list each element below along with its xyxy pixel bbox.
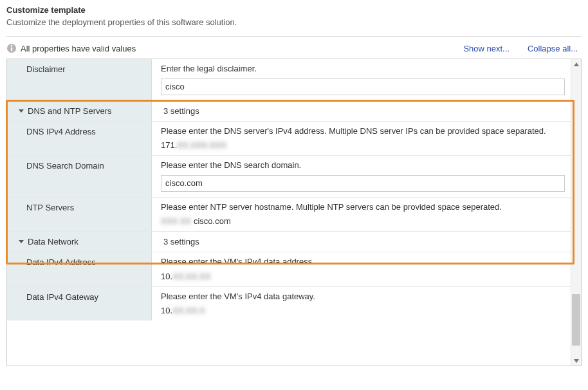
- section-dns-ntp-label: DNS and NTP Servers: [28, 106, 112, 116]
- page-subtitle: Customize the deployment properties of t…: [6, 17, 582, 27]
- data-ipv4-value-prefix: 10.: [161, 272, 172, 281]
- page-title: Customize template: [6, 5, 582, 15]
- section-data-network[interactable]: Data Network 3 settings: [7, 232, 571, 252]
- row-dns-ipv4: DNS IPv4 Address Please enter the DNS se…: [7, 122, 571, 156]
- section-data-network-label: Data Network: [28, 237, 78, 246]
- label-disclaimer: Disclaimer: [7, 59, 152, 100]
- section-dns-ntp[interactable]: DNS and NTP Servers 3 settings: [7, 101, 571, 122]
- dns-ipv4-value-hidden: XX.XXX.XXX: [177, 140, 226, 150]
- dns-ipv4-value-prefix: 171.: [161, 140, 177, 150]
- triangle-up-icon: [574, 62, 579, 66]
- info-icon: [6, 43, 17, 53]
- data-ipv4-value-hidden: XX.XX.XX: [172, 272, 210, 281]
- label-ntp: NTP Servers: [7, 198, 152, 232]
- row-data-gw: Data IPv4 Gateway Please enter the VM's …: [7, 287, 571, 321]
- input-dns-ipv4[interactable]: 171.XX.XXX.XXX: [161, 140, 565, 150]
- scroll-down-button[interactable]: [571, 356, 581, 366]
- properties-grid: Disclaimer Enter the legal disclaimer. D…: [6, 59, 582, 366]
- input-data-gw[interactable]: 10.XX.XX.X: [161, 306, 565, 315]
- desc-disclaimer: Enter the legal disclaimer.: [161, 63, 565, 75]
- row-disclaimer: Disclaimer Enter the legal disclaimer.: [7, 59, 571, 101]
- triangle-down-icon: [574, 359, 579, 363]
- input-disclaimer[interactable]: [161, 79, 565, 95]
- svg-point-1: [11, 45, 13, 47]
- vertical-scrollbar[interactable]: [571, 59, 581, 366]
- input-ntp[interactable]: XXX XX cisco.com: [161, 216, 565, 226]
- desc-dns-domain: Please enter the DNS search domain.: [161, 160, 565, 171]
- input-dns-domain[interactable]: [161, 175, 565, 192]
- desc-data-gw: Please enter the VM's IPv4 data gateway.: [161, 291, 565, 302]
- input-data-ipv4[interactable]: 10.XX.XX.XX: [161, 272, 565, 281]
- collapse-all-link[interactable]: Collapse all...: [528, 44, 578, 53]
- label-data-ipv4: Data IPv4 Address: [7, 252, 152, 286]
- row-dns-domain: DNS Search Domain Please enter the DNS s…: [7, 156, 571, 198]
- desc-dns-ipv4: Please enter the DNS server's IPv4 addre…: [161, 125, 565, 137]
- section-data-network-count: 3 settings: [161, 236, 565, 246]
- svg-rect-2: [11, 47, 12, 51]
- status-bar: All properties have valid values Show ne…: [6, 42, 582, 55]
- data-gw-value-prefix: 10.: [161, 306, 172, 315]
- data-gw-value-hidden: XX.XX.X: [172, 306, 205, 315]
- header-separator: [6, 36, 582, 37]
- label-data-gw: Data IPv4 Gateway: [7, 287, 152, 321]
- chevron-down-icon: [19, 240, 24, 243]
- scroll-up-button[interactable]: [571, 59, 581, 69]
- show-next-link[interactable]: Show next...: [463, 44, 510, 53]
- desc-ntp: Please enter NTP server hostname. Multip…: [161, 201, 565, 213]
- label-dns-ipv4: DNS IPv4 Address: [7, 122, 152, 156]
- desc-data-ipv4: Please enter the VM's IPv4 data address.: [161, 256, 565, 268]
- ntp-value-hidden: XXX XX: [161, 216, 191, 226]
- scrollbar-track[interactable]: [571, 69, 581, 356]
- row-data-ipv4: Data IPv4 Address Please enter the VM's …: [7, 252, 571, 287]
- chevron-down-icon: [19, 109, 24, 113]
- section-dns-ntp-count: 3 settings: [161, 105, 565, 116]
- scrollbar-thumb[interactable]: [572, 294, 580, 346]
- row-ntp: NTP Servers Please enter NTP server host…: [7, 198, 571, 232]
- label-dns-domain: DNS Search Domain: [7, 156, 152, 197]
- ntp-value-suffix: cisco.com: [194, 216, 231, 226]
- status-message: All properties have valid values: [21, 44, 136, 53]
